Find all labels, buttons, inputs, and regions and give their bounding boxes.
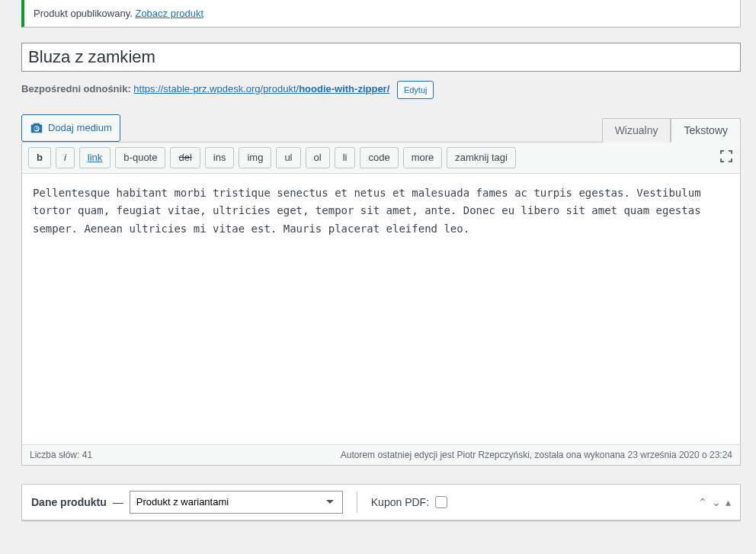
separator — [357, 492, 357, 513]
qt-del[interactable]: del — [170, 147, 200, 168]
permalink-row: Bezpośredni odnośnik: https://stable-prz… — [21, 81, 741, 99]
qt-ul[interactable]: ul — [276, 147, 300, 168]
editor-status-bar: Liczba słów: 41 Autorem ostatniej edycji… — [22, 444, 740, 465]
qt-ol[interactable]: ol — [306, 147, 330, 168]
camera-icon — [30, 121, 43, 135]
qt-bold[interactable]: b — [28, 147, 51, 168]
last-edit-info: Autorem ostatniej edycji jest Piotr Rzep… — [341, 450, 732, 460]
qt-li[interactable]: li — [335, 147, 356, 168]
qt-blockquote[interactable]: b-quote — [115, 147, 165, 168]
content-textarea[interactable] — [22, 174, 740, 442]
notice-view-product-link[interactable]: Zobacz produkt — [135, 8, 203, 19]
product-data-box: Dane produktu — Produkt z wariantami Kup… — [21, 484, 741, 521]
product-title-input[interactable] — [21, 43, 741, 72]
notice-text: Produkt opublikowany. — [34, 8, 135, 19]
move-up-icon[interactable]: ⌃ — [698, 496, 707, 508]
product-type-select[interactable]: Produkt z wariantami — [130, 491, 343, 514]
editor-tabs: Wizualny Tekstowy — [602, 117, 741, 142]
distraction-free-icon[interactable] — [719, 149, 734, 166]
qt-more[interactable]: more — [403, 147, 443, 168]
quicktags-toolbar: b i link b-quote del ins img ul ol li co… — [22, 143, 740, 174]
permalink-edit-button[interactable]: Edytuj — [397, 81, 434, 99]
move-down-icon[interactable]: ⌄ — [712, 496, 721, 508]
tab-visual[interactable]: Wizualny — [602, 118, 671, 143]
permalink-link[interactable]: https://stable-prz.wpdesk.org/produkt/ho… — [133, 83, 389, 94]
qt-code[interactable]: code — [360, 147, 398, 168]
qt-italic[interactable]: i — [56, 147, 75, 168]
kupon-pdf-checkbox[interactable] — [435, 496, 447, 508]
word-count: Liczba słów: 41 — [30, 450, 92, 460]
product-data-header: Dane produktu — Produkt z wariantami Kup… — [22, 485, 740, 520]
permalink-label: Bezpośredni odnośnik: — [21, 83, 133, 94]
product-data-heading: Dane produktu — [31, 496, 107, 508]
qt-link[interactable]: link — [79, 147, 111, 168]
editor-box: b i link b-quote del ins img ul ol li co… — [21, 142, 741, 466]
add-media-button[interactable]: Dodaj medium — [21, 114, 120, 142]
qt-img[interactable]: img — [239, 147, 271, 168]
toggle-panel-icon[interactable]: ▴ — [726, 496, 731, 508]
notice-published: Produkt opublikowany. Zobacz produkt — [21, 0, 741, 27]
qt-close-tags[interactable]: zamknij tagi — [447, 147, 516, 168]
qt-ins[interactable]: ins — [205, 147, 235, 168]
tab-text[interactable]: Tekstowy — [671, 118, 741, 143]
kupon-pdf-label: Kupon PDF: — [371, 496, 429, 508]
